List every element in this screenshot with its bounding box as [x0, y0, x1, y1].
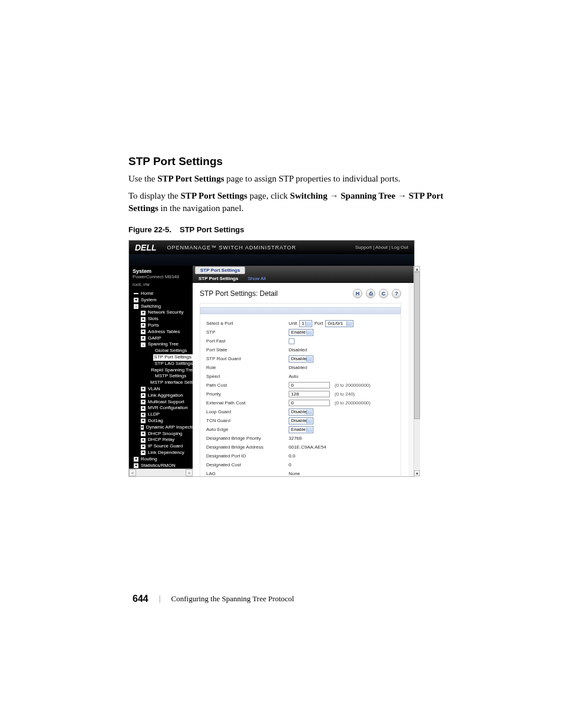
tree-item-label[interactable]: Routing [141, 456, 157, 463]
tree-item[interactable]: +System [131, 297, 193, 304]
tree-item[interactable]: STP LAG Settings [131, 361, 193, 367]
priority-input[interactable]: 128 [289, 391, 330, 397]
tree-item-label[interactable]: MSTP Settings [155, 373, 186, 380]
tree-item-label[interactable]: MVR Configuration [148, 405, 188, 411]
tree-item-label[interactable]: VLAN [148, 386, 160, 393]
tree-item[interactable]: +Ports [131, 322, 193, 329]
tree-item[interactable]: Global Settings [131, 348, 193, 354]
stp-select[interactable]: Enable [289, 329, 313, 336]
expand-icon[interactable]: + [141, 450, 146, 455]
tree-item-label[interactable]: IP Source Guard [148, 443, 183, 450]
tree-item[interactable]: +DHCP Relay [131, 437, 193, 443]
scroll-up-icon[interactable]: ▴ [414, 266, 420, 272]
expand-icon[interactable]: + [141, 323, 146, 328]
tree-item[interactable]: +GARP [131, 335, 193, 342]
collapse-icon[interactable]: - [141, 342, 146, 347]
tree-item[interactable]: +Routing [131, 456, 193, 463]
port-select[interactable]: Gi1/0/1 [325, 320, 353, 327]
tree-item-label[interactable]: Rapid Spanning Tre [151, 367, 193, 374]
header-links[interactable]: Support | About | Log Out [355, 245, 408, 250]
tree-item[interactable]: MSTP Settings [131, 373, 193, 380]
refresh-icon[interactable]: C [379, 289, 388, 298]
expand-icon[interactable]: + [141, 393, 146, 398]
expand-icon[interactable]: + [141, 444, 146, 449]
tree-item[interactable]: MSTP Interface Sett [131, 380, 193, 386]
tree-item[interactable]: +LLDP [131, 411, 193, 418]
help-icon[interactable]: ? [392, 289, 401, 298]
tree-item-label[interactable]: Statistics/RMON [141, 463, 176, 469]
expand-icon[interactable]: + [141, 400, 146, 404]
tree-item-label[interactable]: Address Tables [148, 329, 180, 335]
tree-item-label[interactable]: Multicast Support [148, 399, 184, 406]
tree-item-label[interactable]: Link Dependency [148, 450, 184, 456]
collapse-icon[interactable]: - [134, 304, 138, 309]
tab-show-all[interactable]: Show All [247, 276, 266, 281]
scroll-left-icon[interactable]: < [129, 469, 136, 476]
tree-item[interactable]: STP Port Settings [131, 354, 193, 361]
print-icon[interactable]: ⎙ [366, 289, 375, 298]
expand-icon[interactable]: + [141, 413, 146, 417]
tree-item[interactable]: +Statistics/RMON [131, 463, 193, 469]
tree-item-label[interactable]: STP Port Settings [153, 354, 193, 361]
tree-item-label[interactable]: Network Security [148, 309, 183, 316]
tree-item-label[interactable]: GARP [148, 335, 161, 342]
expand-icon[interactable]: + [141, 330, 146, 334]
tree-item[interactable]: -Switching [131, 304, 193, 310]
tree-item[interactable]: +Link Dependency [131, 450, 193, 456]
tree-item[interactable]: +IP Source Guard [131, 443, 193, 450]
tree-item[interactable]: +Dynamic ARP Inspection [131, 424, 193, 431]
tree-item-label[interactable]: Home [141, 291, 153, 297]
root-guard-select[interactable]: Disable [289, 355, 313, 363]
path-cost-input[interactable]: 0 [289, 382, 330, 388]
tree-item-label[interactable]: Dot1ag [148, 418, 163, 424]
tree-item[interactable]: +Dot1ag [131, 418, 193, 424]
tree-item-label[interactable]: Spanning Tree [148, 341, 178, 348]
tree-item-label[interactable]: Dynamic ARP Inspection [146, 424, 193, 431]
tree-item-label[interactable]: Slots [148, 316, 158, 322]
tree-item-label[interactable]: DHCP Snooping [148, 431, 183, 437]
tree-item[interactable]: +MVR Configuration [131, 405, 193, 411]
expand-icon[interactable]: + [141, 317, 146, 322]
tree-item-label[interactable]: LLDP [148, 411, 160, 418]
tree-item[interactable]: +VLAN [131, 386, 193, 393]
auto-edge-select[interactable]: Enable [289, 426, 313, 433]
expand-icon[interactable]: + [141, 419, 146, 423]
sidebar-scrollbar[interactable]: < > [129, 469, 193, 476]
tree-item[interactable]: Home [131, 291, 193, 297]
save-icon[interactable]: H [353, 289, 362, 298]
tree-item-label[interactable]: Ports [148, 322, 159, 329]
expand-icon[interactable]: + [141, 438, 146, 443]
content-scrollbar[interactable]: ▴ ▾ [414, 266, 420, 476]
tree-item-label[interactable]: System [141, 297, 157, 304]
tree-item[interactable]: +Slots [131, 316, 193, 322]
expand-icon[interactable]: + [134, 298, 138, 302]
expand-icon[interactable]: + [134, 457, 138, 462]
expand-icon[interactable]: + [141, 387, 146, 391]
port-fast-checkbox[interactable] [289, 338, 295, 344]
expand-icon[interactable]: + [141, 406, 146, 411]
expand-icon[interactable]: + [141, 336, 146, 341]
ext-cost-input[interactable]: 0 [289, 400, 330, 406]
tree-item[interactable]: +DHCP Snooping [131, 431, 193, 437]
loop-guard-select[interactable]: Disable [289, 409, 313, 416]
tree-item-label[interactable]: Global Settings [155, 348, 187, 354]
tree-item-label[interactable]: DHCP Relay [148, 437, 174, 443]
scroll-right-icon[interactable]: > [186, 469, 193, 476]
tree-item[interactable]: +Address Tables [131, 329, 193, 335]
tree-item-label[interactable]: Switching [141, 304, 161, 310]
tree-item[interactable]: +Multicast Support [131, 399, 193, 406]
tree-item-label[interactable]: Link Aggregation [148, 393, 183, 399]
tree-item-label[interactable]: MSTP Interface Sett [150, 380, 193, 386]
expand-icon[interactable]: + [134, 463, 138, 468]
tcn-guard-select[interactable]: Disable [289, 417, 313, 424]
expand-icon[interactable]: + [141, 425, 144, 430]
tree-item[interactable]: -Spanning Tree [131, 341, 193, 348]
breadcrumb[interactable]: STP Port Settings [195, 266, 245, 274]
tree-item[interactable]: +Network Security [131, 309, 193, 316]
expand-icon[interactable]: + [141, 431, 146, 436]
tab-stp-port-settings[interactable]: STP Port Settings [199, 276, 238, 281]
expand-icon[interactable]: + [141, 311, 146, 315]
tree-item-label[interactable]: STP LAG Settings [154, 361, 193, 367]
scroll-down-icon[interactable]: ▾ [414, 470, 420, 476]
unit-select[interactable]: 1 [299, 320, 312, 327]
